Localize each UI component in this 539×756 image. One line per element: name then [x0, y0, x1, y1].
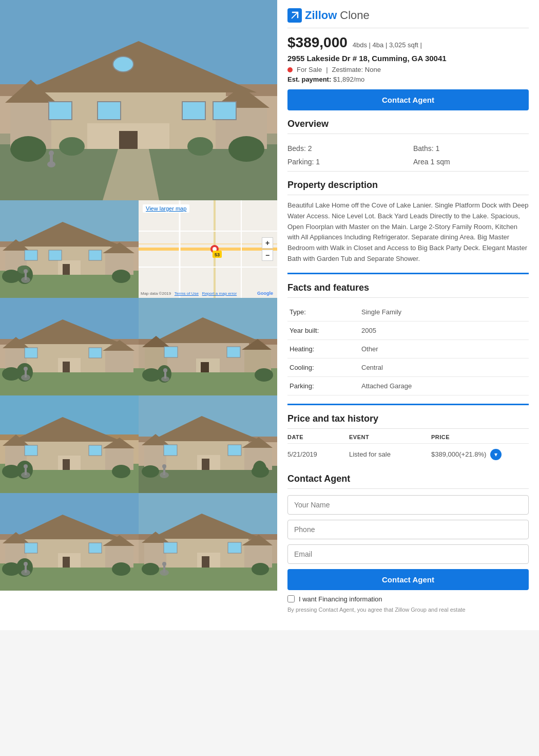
listing-price: $389,000: [287, 34, 348, 51]
svg-marker-68: [151, 317, 264, 343]
fact-value: 2005: [359, 321, 529, 339]
thumb-row-3: [0, 395, 277, 493]
fact-value: Single Family: [359, 303, 529, 322]
ph-date: 5/21/2019: [287, 450, 349, 458]
svg-rect-13: [113, 56, 133, 72]
price-history-title: Price and tax history: [287, 413, 529, 429]
thumb-photo-3: [139, 298, 277, 395]
facts-row: Type:Single Family: [287, 303, 529, 322]
svg-point-109: [142, 465, 159, 478]
svg-rect-106: [202, 459, 209, 470]
thumb-row-4: [0, 493, 277, 591]
view-larger-map-link[interactable]: View larger map: [143, 204, 189, 213]
thumb-photo-1: [0, 200, 139, 298]
svg-rect-92: [89, 445, 102, 456]
svg-marker-132: [150, 514, 263, 539]
svg-rect-144: [163, 565, 165, 573]
listing-status: For Sale: [297, 66, 322, 73]
svg-rect-108: [228, 445, 241, 456]
map-zoom-in[interactable]: +: [262, 237, 273, 249]
svg-point-16: [59, 137, 85, 156]
overview-grid: Beds: 2 Baths: 1 Parking: 1 Area 1 sqm: [287, 139, 529, 172]
ph-event: Listed for sale: [349, 450, 431, 458]
contact-agent-button[interactable]: Contact Agent: [287, 89, 529, 110]
svg-marker-53: [10, 319, 123, 344]
map-controls: + −: [262, 237, 273, 261]
area-item: Area 1 sqm: [413, 158, 529, 166]
facts-table: Type:Single FamilyYear built:2005Heating…: [287, 303, 529, 395]
contact-form-section: Contact Agent Contact Agent I want Finan…: [287, 474, 529, 614]
fact-value: Attached Garage: [359, 376, 529, 395]
beds-item: Beds: 2: [287, 144, 403, 153]
svg-rect-124: [89, 543, 102, 553]
financing-label: I want Financing information: [299, 595, 382, 603]
svg-point-15: [228, 136, 264, 162]
ph-price: $389,000(+21.8%): [431, 450, 486, 458]
map-report[interactable]: Report a map error: [202, 291, 237, 296]
contact-form-title: Contact Agent: [287, 474, 529, 489]
ph-rows: 5/21/2019 Listed for sale $389,000(+21.8…: [287, 443, 529, 465]
map-zoom-out[interactable]: −: [262, 250, 273, 261]
contact-form: Contact Agent I want Financing informati…: [287, 495, 529, 614]
name-input[interactable]: [287, 495, 529, 515]
email-input[interactable]: [287, 544, 529, 564]
svg-marker-100: [150, 416, 263, 441]
svg-rect-61: [89, 348, 102, 358]
svg-rect-10: [98, 102, 121, 120]
svg-point-145: [162, 562, 166, 566]
svg-rect-65: [25, 370, 27, 377]
ph-expand-button[interactable]: ▾: [490, 449, 502, 460]
svg-rect-8: [119, 131, 138, 149]
svg-rect-123: [25, 543, 37, 553]
facts-section: Facts and features Type:Single FamilyYea…: [287, 282, 529, 395]
photo-gallery: 53 View larger map + − Map data ©2019 Te…: [0, 0, 277, 630]
brand-suffix: Clone: [340, 9, 369, 22]
phone-input[interactable]: [287, 520, 529, 539]
est-payment-label: Est. payment:: [287, 75, 331, 83]
svg-rect-81: [164, 371, 166, 379]
svg-rect-139: [164, 542, 177, 553]
svg-rect-97: [25, 467, 27, 475]
fact-label: Heating:: [287, 339, 359, 358]
svg-point-142: [252, 563, 269, 575]
svg-point-82: [163, 368, 167, 372]
svg-rect-76: [227, 347, 240, 357]
est-payment-row: Est. payment: $1,892/mo: [287, 75, 529, 83]
map-terms[interactable]: Terms of Use: [175, 291, 199, 296]
svg-rect-75: [164, 347, 178, 357]
svg-point-111: [253, 461, 266, 477]
financing-checkbox[interactable]: [287, 595, 295, 602]
form-submit-button[interactable]: Contact Agent: [287, 569, 529, 590]
svg-marker-84: [10, 417, 123, 442]
svg-rect-140: [228, 542, 241, 553]
svg-point-39: [24, 269, 28, 273]
svg-point-98: [24, 464, 28, 468]
svg-rect-90: [63, 459, 70, 470]
overview-section: Overview Beds: 2 Baths: 1 Parking: 1 Are…: [287, 119, 529, 172]
overview-title: Overview: [287, 119, 529, 134]
svg-rect-56: [105, 351, 133, 372]
price-row: $389,000 4bds | 4ba | 3,025 sqft |: [287, 34, 529, 51]
fact-value: Central: [359, 358, 529, 376]
thumb-photo-2: [0, 298, 139, 395]
svg-point-126: [112, 562, 130, 576]
ph-col-event: EVENT: [349, 434, 431, 440]
svg-rect-122: [63, 557, 70, 568]
svg-rect-38: [25, 272, 27, 280]
facts-row: Parking:Attached Garage: [287, 376, 529, 395]
svg-rect-113: [163, 467, 165, 475]
svg-rect-32: [89, 250, 102, 260]
brand-name: Zillow: [305, 9, 337, 22]
divider: |: [326, 66, 328, 73]
fact-label: Year built:: [287, 321, 359, 339]
ph-header: DATE EVENT PRICE: [287, 434, 529, 440]
svg-rect-74: [201, 362, 209, 372]
price-history-section: Price and tax history DATE EVENT PRICE 5…: [287, 413, 529, 465]
thumb-row-2: [0, 298, 277, 395]
blue-separator-2: [287, 404, 529, 405]
svg-rect-12: [213, 102, 236, 120]
svg-point-114: [162, 464, 166, 468]
fact-label: Parking:: [287, 376, 359, 395]
facts-title: Facts and features: [287, 282, 529, 298]
parking-item: Parking: 1: [287, 158, 403, 166]
